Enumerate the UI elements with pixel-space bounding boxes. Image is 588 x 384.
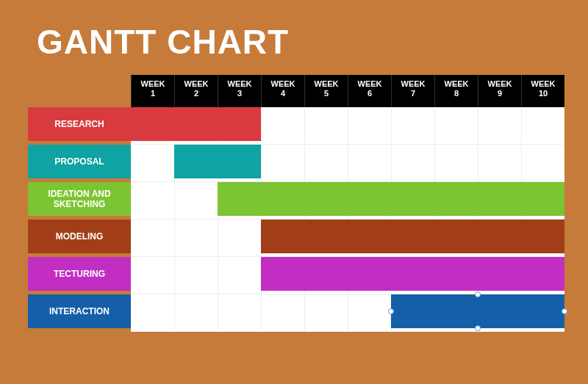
task-bar[interactable] bbox=[261, 257, 564, 291]
page-title: GANTT CHART bbox=[37, 22, 588, 62]
week-header: WEEK4 bbox=[261, 75, 304, 107]
selection-handle-icon[interactable] bbox=[388, 308, 394, 314]
task-label: TECTURING bbox=[28, 257, 131, 291]
task-row: MODELING bbox=[28, 220, 564, 253]
task-label: MODELING bbox=[28, 220, 131, 253]
week-header: WEEK7 bbox=[391, 75, 434, 107]
task-label: PROPOSAL bbox=[28, 145, 131, 178]
task-label: IDEATION AND SKETCHING bbox=[28, 182, 131, 216]
selection-handle-icon[interactable] bbox=[475, 291, 481, 297]
week-header: WEEK8 bbox=[434, 75, 478, 107]
task-bar[interactable] bbox=[391, 294, 564, 328]
task-label: INTERACTION bbox=[28, 294, 131, 328]
task-bar[interactable] bbox=[131, 107, 261, 141]
task-bar[interactable] bbox=[174, 145, 261, 178]
task-row: TECTURING bbox=[28, 257, 564, 291]
week-header: WEEK1 bbox=[131, 75, 174, 107]
week-header: WEEK10 bbox=[521, 75, 564, 107]
task-bar[interactable] bbox=[218, 182, 564, 216]
week-header: WEEK2 bbox=[174, 75, 218, 107]
selection-handle-icon[interactable] bbox=[475, 325, 481, 331]
task-bar[interactable] bbox=[261, 220, 564, 253]
week-header: WEEK6 bbox=[348, 75, 391, 107]
task-row: IDEATION AND SKETCHING bbox=[28, 182, 564, 216]
week-header: WEEK5 bbox=[304, 75, 348, 107]
task-rows: RESEARCHPROPOSALIDEATION AND SKETCHINGMO… bbox=[28, 107, 564, 332]
week-header-row: WEEK1WEEK2WEEK3WEEK4WEEK5WEEK6WEEK7WEEK8… bbox=[131, 75, 564, 107]
week-header: WEEK9 bbox=[478, 75, 521, 107]
task-row: RESEARCH bbox=[28, 107, 564, 141]
task-label: RESEARCH bbox=[28, 107, 131, 141]
selection-handle-icon[interactable] bbox=[562, 308, 567, 314]
task-row: INTERACTION bbox=[28, 294, 564, 328]
task-row: PROPOSAL bbox=[28, 145, 564, 178]
week-header: WEEK3 bbox=[218, 75, 261, 107]
